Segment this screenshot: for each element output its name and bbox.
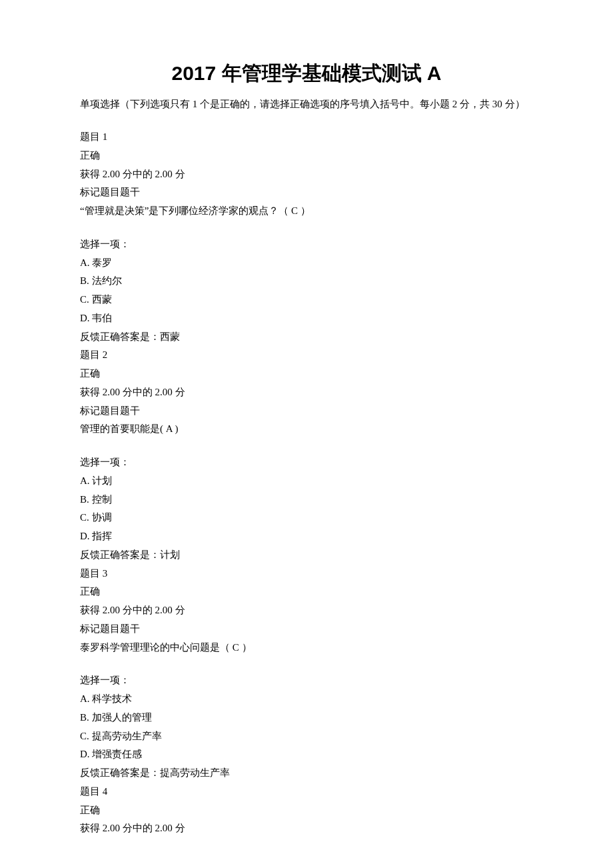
question-options-1: 选择一项： A. 泰罗 B. 法约尔 C. 西蒙 D. 韦伯 反馈正确答案是：西…	[80, 235, 533, 439]
option-b: B. 法约尔	[80, 272, 533, 291]
question-stem: 管理的首要职能是( A )	[80, 420, 533, 439]
section-instructions: 单项选择（下列选项只有 1 个是正确的，请选择正确选项的序号填入括号中。每小题 …	[80, 95, 533, 113]
option-c: C. 提高劳动生产率	[80, 727, 533, 746]
score-line: 获得 2.00 分中的 2.00 分	[80, 383, 533, 402]
status-correct: 正确	[80, 147, 533, 165]
select-one-label: 选择一项：	[80, 235, 533, 254]
option-c: C. 协调	[80, 509, 533, 527]
question-header: 题目 2	[80, 346, 533, 365]
feedback-line: 反馈正确答案是：计划	[80, 546, 533, 565]
option-a: A. 科学技术	[80, 690, 533, 709]
question-stem: 泰罗科学管理理论的中心问题是（ C ）	[80, 639, 533, 657]
document-page: 2017 年管理学基础模式测试 A 单项选择（下列选项只有 1 个是正确的，请选…	[0, 0, 613, 868]
option-a: A. 泰罗	[80, 254, 533, 273]
score-line: 获得 2.00 分中的 2.00 分	[80, 165, 533, 184]
option-c: C. 西蒙	[80, 291, 533, 309]
question-header: 题目 3	[80, 565, 533, 583]
status-correct: 正确	[80, 583, 533, 601]
feedback-line: 反馈正确答案是：西蒙	[80, 328, 533, 347]
status-correct: 正确	[80, 365, 533, 383]
option-d: D. 指挥	[80, 527, 533, 546]
score-line: 获得 2.00 分中的 2.00 分	[80, 601, 533, 620]
feedback-line: 反馈正确答案是：提高劳动生产率	[80, 764, 533, 783]
flag-label: 标记题目题干	[80, 402, 533, 421]
question-options-2: 选择一项： A. 计划 B. 控制 C. 协调 D. 指挥 反馈正确答案是：计划…	[80, 453, 533, 657]
page-title: 2017 年管理学基础模式测试 A	[80, 60, 533, 87]
question-header: 题目 1	[80, 128, 533, 147]
flag-label: 标记题目题干	[80, 183, 533, 202]
option-d: D. 增强责任感	[80, 745, 533, 764]
flag-label: 标记题目题干	[80, 620, 533, 639]
question-options-3: 选择一项： A. 科学技术 B. 加强人的管理 C. 提高劳动生产率 D. 增强…	[80, 671, 533, 838]
status-correct: 正确	[80, 801, 533, 820]
question-block-1: 题目 1 正确 获得 2.00 分中的 2.00 分 标记题目题干 “管理就是决…	[80, 128, 533, 221]
option-b: B. 加强人的管理	[80, 709, 533, 727]
score-line: 获得 2.00 分中的 2.00 分	[80, 819, 533, 838]
question-stem: “管理就是决策”是下列哪位经济学家的观点？（ C ）	[80, 202, 533, 221]
option-d: D. 韦伯	[80, 309, 533, 328]
select-one-label: 选择一项：	[80, 453, 533, 472]
select-one-label: 选择一项：	[80, 671, 533, 690]
option-a: A. 计划	[80, 472, 533, 491]
option-b: B. 控制	[80, 491, 533, 509]
question-header: 题目 4	[80, 783, 533, 801]
